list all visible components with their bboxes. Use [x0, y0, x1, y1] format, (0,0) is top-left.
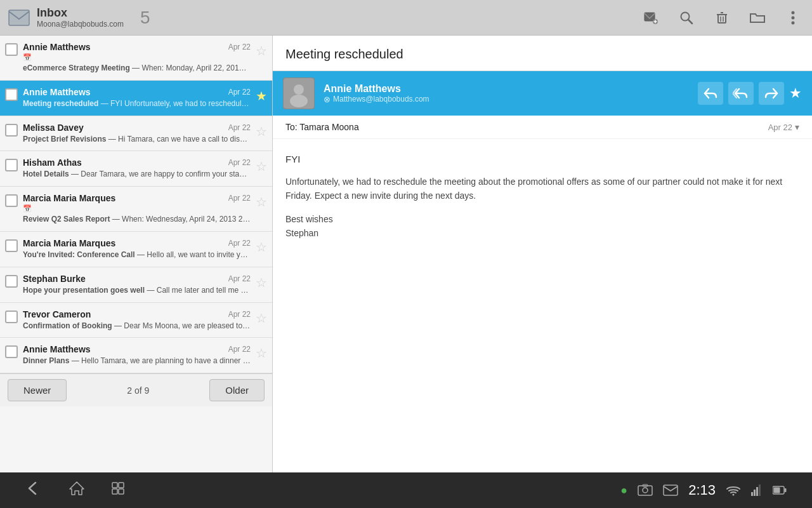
email-preview: Hotel Details — Dear Tamara, we are happ…: [23, 169, 251, 180]
email-snippet: — Dear Ms Moona, we are pleased to confi…: [112, 321, 251, 330]
sender-info: Annie Matthews ⊗ Matthews@labqbobuds.com: [324, 83, 689, 104]
svg-rect-19: [112, 483, 117, 488]
email-list-item-1[interactable]: Annie Matthews Apr 22 Meeting reschedule…: [0, 81, 272, 116]
star-icon[interactable]: ☆: [256, 194, 267, 210]
calendar-icon: 📅: [23, 204, 32, 213]
more-icon: [791, 11, 795, 25]
email-date: Apr 22: [228, 194, 251, 203]
email-sender: Melissa Davey: [23, 123, 84, 133]
sender-avatar: [283, 77, 315, 109]
svg-rect-21: [112, 489, 117, 494]
svg-rect-20: [119, 483, 124, 488]
back-icon: [25, 481, 43, 495]
email-checkbox[interactable]: [5, 43, 18, 56]
detail-to-text: To: Tamara Moona: [285, 122, 359, 132]
email-sender: Trevor Cameron: [23, 309, 91, 319]
email-list-item-2[interactable]: Melissa Davey Apr 22 Project Brief Revis…: [0, 116, 272, 152]
email-list-item-4[interactable]: Marcia Maria Marques Apr 22 📅 Review Q2 …: [0, 187, 272, 232]
search-button[interactable]: [675, 6, 698, 29]
email-list-item-7[interactable]: Trevor Cameron Apr 22 Confirmation of Bo…: [0, 303, 272, 338]
older-button[interactable]: Older: [209, 379, 265, 401]
star-icon[interactable]: ☆: [256, 124, 267, 139]
email-list-item-8[interactable]: Annie Matthews Apr 22 Dinner Plans — Hel…: [0, 338, 272, 373]
star-icon[interactable]: ☆: [256, 239, 267, 255]
detail-to-bar: To: Tamara Moona Apr 22 ▾: [273, 116, 812, 139]
x-icon: ⊗: [324, 95, 331, 104]
app-bar-actions: [639, 6, 804, 29]
detail-actions: ★: [698, 82, 802, 105]
email-preview: Meeting rescheduled — FYI Unfortunately,…: [23, 98, 251, 109]
delete-button[interactable]: [710, 6, 733, 29]
photo-icon: [638, 484, 653, 497]
email-header-row: Annie Matthews Apr 22: [23, 87, 251, 97]
unread-badge: 5: [140, 8, 150, 28]
email-date: Apr 22: [228, 43, 251, 51]
star-icon[interactable]: ☆: [256, 311, 267, 326]
search-icon: [679, 11, 693, 25]
home-button[interactable]: [69, 481, 85, 500]
reply-all-icon: [733, 88, 749, 99]
more-options-button[interactable]: [782, 6, 804, 29]
star-icon[interactable]: ☆: [256, 43, 267, 58]
email-checkbox[interactable]: [5, 194, 18, 207]
compose-icon: [643, 10, 658, 25]
star-icon[interactable]: ☆: [256, 159, 267, 174]
fyi-label: FYI: [285, 152, 799, 167]
email-date: Apr 22: [228, 123, 251, 132]
reply-icon: [704, 88, 717, 99]
email-checkbox[interactable]: [5, 88, 18, 101]
email-subject: Review Q2 Sales Report: [23, 215, 110, 224]
email-body-col: Hisham Athas Apr 22 Hotel Details — Dear…: [23, 157, 251, 180]
detail-star-button[interactable]: ★: [789, 85, 802, 102]
email-snippet: — When: Wednesday, April 24, 2013 2:00 P…: [110, 215, 251, 224]
email-date: Apr 22: [228, 239, 251, 248]
email-list-item-6[interactable]: Stephan Burke Apr 22 Hope your presentat…: [0, 267, 272, 303]
bottom-nav-left: [25, 481, 126, 500]
app-bar-title-block: Inbox Moona@labqbobuds.com: [37, 6, 124, 29]
email-list-item-5[interactable]: Marcia Maria Marques Apr 22 You're Invit…: [0, 232, 272, 267]
svg-line-6: [688, 20, 692, 23]
email-date: Apr 22: [228, 158, 251, 167]
email-signature-line2: Stephan: [285, 226, 799, 240]
reply-button[interactable]: [698, 82, 723, 105]
svg-point-24: [643, 488, 648, 493]
recents-button[interactable]: [110, 481, 126, 500]
email-snippet: — Hi Tamara, can we have a call to discu…: [106, 135, 251, 144]
email-subject: Hope your presentation goes well: [23, 286, 145, 295]
email-sender: Hisham Athas: [23, 157, 82, 168]
email-header-row: Trevor Cameron Apr 22: [23, 309, 251, 319]
star-icon[interactable]: ☆: [256, 345, 267, 361]
email-snippet: — Dear Tamara, we are happy to confirm y…: [69, 170, 251, 178]
email-checkbox[interactable]: [5, 239, 18, 252]
compose-button[interactable]: [639, 6, 662, 29]
reply-all-button[interactable]: [728, 82, 754, 105]
email-snippet: — Hello Tamara, we are planning to have …: [69, 356, 251, 365]
folder-icon: [749, 11, 766, 25]
chevron-down-icon[interactable]: ▾: [795, 122, 799, 132]
to-name: Tamara Moona: [299, 122, 358, 132]
email-list-item-0[interactable]: Annie Matthews Apr 22 📅 eCommerce Strate…: [0, 36, 272, 81]
email-checkbox[interactable]: [5, 159, 18, 171]
back-button[interactable]: [25, 481, 43, 500]
email-checkbox[interactable]: [5, 275, 18, 288]
svg-rect-1: [645, 13, 655, 21]
email-subject: Confirmation of Booking: [23, 321, 112, 330]
email-body-col: Marcia Maria Marques Apr 22 You're Invit…: [23, 238, 251, 260]
email-preview: Project Brief Revisions — Hi Tamara, can…: [23, 134, 251, 145]
svg-point-14: [792, 21, 795, 24]
email-checkbox[interactable]: [5, 311, 18, 323]
email-checkbox[interactable]: [5, 345, 18, 358]
star-icon[interactable]: ★: [256, 88, 267, 104]
email-header-row: Marcia Maria Marques Apr 22: [23, 193, 251, 203]
wifi-icon: [726, 485, 741, 496]
signal-icon: [751, 485, 763, 496]
svg-rect-34: [785, 488, 787, 492]
email-list-item-3[interactable]: Hisham Athas Apr 22 Hotel Details — Dear…: [0, 151, 272, 187]
forward-button[interactable]: [759, 82, 784, 105]
archive-button[interactable]: [746, 6, 769, 29]
forward-icon: [764, 88, 778, 99]
svg-point-16: [294, 84, 304, 95]
star-icon[interactable]: ☆: [256, 275, 267, 290]
newer-button[interactable]: Newer: [8, 379, 67, 401]
email-checkbox[interactable]: [5, 124, 18, 137]
